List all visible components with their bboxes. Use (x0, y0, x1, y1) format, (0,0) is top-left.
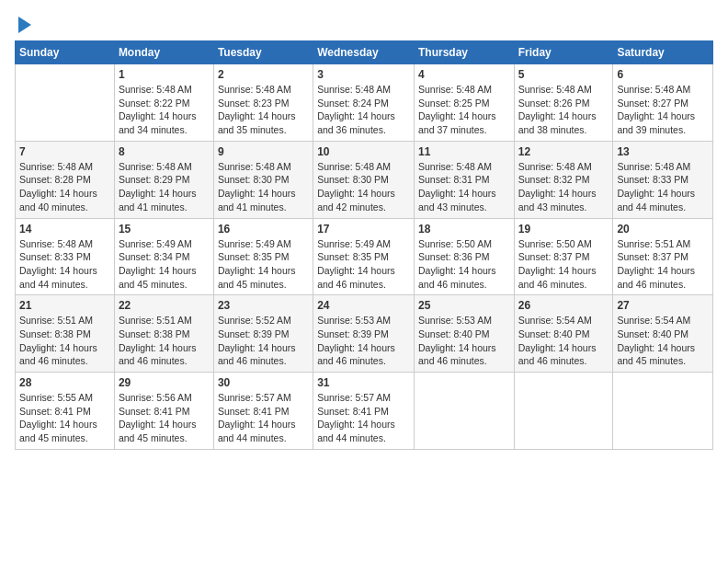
day-cell: 30Sunrise: 5:57 AMSunset: 8:41 PMDayligh… (213, 373, 313, 450)
day-info: Sunrise: 5:50 AMSunset: 8:37 PMDaylight:… (518, 237, 609, 292)
day-number: 19 (518, 223, 609, 236)
day-cell (414, 373, 514, 450)
day-cell: 31Sunrise: 5:57 AMSunset: 8:41 PMDayligh… (313, 373, 415, 450)
day-number: 26 (518, 299, 609, 312)
day-cell: 20Sunrise: 5:51 AMSunset: 8:37 PMDayligh… (613, 218, 713, 295)
day-cell: 12Sunrise: 5:48 AMSunset: 8:32 PMDayligh… (514, 141, 613, 218)
day-info: Sunrise: 5:48 AMSunset: 8:22 PMDaylight:… (119, 83, 210, 137)
day-number: 23 (218, 299, 309, 312)
day-cell: 23Sunrise: 5:52 AMSunset: 8:39 PMDayligh… (213, 295, 313, 373)
day-info: Sunrise: 5:49 AMSunset: 8:35 PMDaylight:… (218, 237, 309, 292)
day-number: 20 (617, 223, 709, 236)
week-row-1: 1Sunrise: 5:48 AMSunset: 8:22 PMDaylight… (16, 64, 713, 142)
day-info: Sunrise: 5:48 AMSunset: 8:32 PMDaylight:… (518, 160, 609, 214)
day-number: 28 (19, 376, 110, 389)
day-number: 2 (218, 68, 309, 81)
day-info: Sunrise: 5:53 AMSunset: 8:40 PMDaylight:… (418, 314, 510, 368)
day-info: Sunrise: 5:55 AMSunset: 8:41 PMDaylight:… (19, 391, 110, 445)
column-header-saturday: Saturday (613, 41, 713, 64)
column-header-friday: Friday (514, 41, 613, 64)
week-row-4: 21Sunrise: 5:51 AMSunset: 8:38 PMDayligh… (16, 295, 713, 373)
day-number: 15 (119, 223, 210, 236)
calendar-table: SundayMondayTuesdayWednesdayThursdayFrid… (15, 40, 713, 450)
day-cell: 5Sunrise: 5:48 AMSunset: 8:26 PMDaylight… (514, 64, 613, 142)
day-info: Sunrise: 5:54 AMSunset: 8:40 PMDaylight:… (617, 314, 709, 368)
day-cell: 8Sunrise: 5:48 AMSunset: 8:29 PMDaylight… (114, 141, 213, 218)
column-header-thursday: Thursday (414, 41, 514, 64)
day-cell: 15Sunrise: 5:49 AMSunset: 8:34 PMDayligh… (114, 218, 213, 295)
day-info: Sunrise: 5:57 AMSunset: 8:41 PMDaylight:… (317, 391, 410, 445)
day-info: Sunrise: 5:49 AMSunset: 8:34 PMDaylight:… (119, 237, 210, 292)
logo (15, 15, 31, 31)
day-cell: 19Sunrise: 5:50 AMSunset: 8:37 PMDayligh… (514, 218, 613, 295)
day-number: 13 (617, 145, 709, 158)
header-row: SundayMondayTuesdayWednesdayThursdayFrid… (16, 41, 713, 64)
day-cell (16, 64, 115, 142)
day-info: Sunrise: 5:56 AMSunset: 8:41 PMDaylight:… (119, 391, 210, 445)
day-number: 8 (119, 145, 210, 158)
day-info: Sunrise: 5:51 AMSunset: 8:37 PMDaylight:… (617, 237, 709, 292)
day-number: 17 (317, 223, 410, 236)
day-cell: 17Sunrise: 5:49 AMSunset: 8:35 PMDayligh… (313, 218, 415, 295)
day-cell: 22Sunrise: 5:51 AMSunset: 8:38 PMDayligh… (114, 295, 213, 373)
day-info: Sunrise: 5:48 AMSunset: 8:27 PMDaylight:… (617, 83, 709, 137)
day-cell: 24Sunrise: 5:53 AMSunset: 8:39 PMDayligh… (313, 295, 415, 373)
day-number: 1 (119, 68, 210, 81)
week-row-3: 14Sunrise: 5:48 AMSunset: 8:33 PMDayligh… (16, 218, 713, 295)
day-number: 7 (19, 145, 110, 158)
day-cell: 6Sunrise: 5:48 AMSunset: 8:27 PMDaylight… (613, 64, 713, 142)
day-number: 29 (119, 376, 210, 389)
day-number: 6 (617, 68, 709, 81)
day-number: 31 (317, 376, 410, 389)
day-info: Sunrise: 5:48 AMSunset: 8:29 PMDaylight:… (119, 160, 210, 214)
day-number: 25 (418, 299, 510, 312)
column-header-tuesday: Tuesday (213, 41, 313, 64)
logo-text (15, 15, 31, 31)
day-cell: 11Sunrise: 5:48 AMSunset: 8:31 PMDayligh… (414, 141, 514, 218)
day-number: 30 (218, 376, 309, 389)
day-number: 4 (418, 68, 510, 81)
day-info: Sunrise: 5:48 AMSunset: 8:30 PMDaylight:… (317, 160, 410, 214)
day-info: Sunrise: 5:48 AMSunset: 8:31 PMDaylight:… (418, 160, 510, 214)
column-header-monday: Monday (114, 41, 213, 64)
day-cell: 27Sunrise: 5:54 AMSunset: 8:40 PMDayligh… (613, 295, 713, 373)
day-cell: 29Sunrise: 5:56 AMSunset: 8:41 PMDayligh… (114, 373, 213, 450)
day-info: Sunrise: 5:48 AMSunset: 8:30 PMDaylight:… (218, 160, 309, 214)
column-header-sunday: Sunday (16, 41, 115, 64)
day-number: 16 (218, 223, 309, 236)
day-cell: 14Sunrise: 5:48 AMSunset: 8:33 PMDayligh… (16, 218, 115, 295)
day-number: 27 (617, 299, 709, 312)
day-info: Sunrise: 5:51 AMSunset: 8:38 PMDaylight:… (119, 314, 210, 368)
day-cell: 9Sunrise: 5:48 AMSunset: 8:30 PMDaylight… (213, 141, 313, 218)
day-number: 5 (518, 68, 609, 81)
day-info: Sunrise: 5:48 AMSunset: 8:23 PMDaylight:… (218, 83, 309, 137)
day-cell: 13Sunrise: 5:48 AMSunset: 8:33 PMDayligh… (613, 141, 713, 218)
day-info: Sunrise: 5:54 AMSunset: 8:40 PMDaylight:… (518, 314, 609, 368)
day-cell: 10Sunrise: 5:48 AMSunset: 8:30 PMDayligh… (313, 141, 415, 218)
day-cell: 1Sunrise: 5:48 AMSunset: 8:22 PMDaylight… (114, 64, 213, 142)
day-cell: 21Sunrise: 5:51 AMSunset: 8:38 PMDayligh… (16, 295, 115, 373)
day-info: Sunrise: 5:48 AMSunset: 8:26 PMDaylight:… (518, 83, 609, 137)
day-number: 12 (518, 145, 609, 158)
day-cell: 16Sunrise: 5:49 AMSunset: 8:35 PMDayligh… (213, 218, 313, 295)
day-info: Sunrise: 5:57 AMSunset: 8:41 PMDaylight:… (218, 391, 309, 445)
week-row-2: 7Sunrise: 5:48 AMSunset: 8:28 PMDaylight… (16, 141, 713, 218)
day-cell (613, 373, 713, 450)
day-info: Sunrise: 5:48 AMSunset: 8:25 PMDaylight:… (418, 83, 510, 137)
day-info: Sunrise: 5:53 AMSunset: 8:39 PMDaylight:… (317, 314, 410, 368)
day-number: 3 (317, 68, 410, 81)
day-cell: 28Sunrise: 5:55 AMSunset: 8:41 PMDayligh… (16, 373, 115, 450)
week-row-5: 28Sunrise: 5:55 AMSunset: 8:41 PMDayligh… (16, 373, 713, 450)
day-cell (514, 373, 613, 450)
day-cell: 7Sunrise: 5:48 AMSunset: 8:28 PMDaylight… (16, 141, 115, 218)
day-cell: 4Sunrise: 5:48 AMSunset: 8:25 PMDaylight… (414, 64, 514, 142)
day-cell: 25Sunrise: 5:53 AMSunset: 8:40 PMDayligh… (414, 295, 514, 373)
day-info: Sunrise: 5:48 AMSunset: 8:24 PMDaylight:… (317, 83, 410, 137)
page-header (15, 15, 713, 31)
column-header-wednesday: Wednesday (313, 41, 415, 64)
day-number: 11 (418, 145, 510, 158)
day-info: Sunrise: 5:48 AMSunset: 8:28 PMDaylight:… (19, 160, 110, 214)
day-number: 10 (317, 145, 410, 158)
day-number: 21 (19, 299, 110, 312)
day-info: Sunrise: 5:50 AMSunset: 8:36 PMDaylight:… (418, 237, 510, 292)
